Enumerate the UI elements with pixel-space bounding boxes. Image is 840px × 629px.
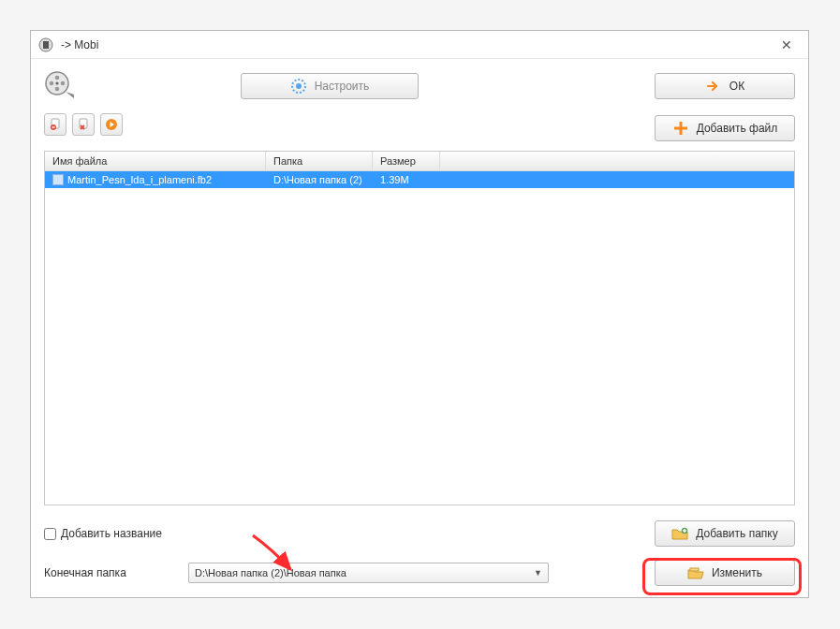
- plus-icon: [672, 120, 689, 137]
- add-file-label: Добавить файл: [697, 122, 778, 135]
- second-row: Добавить файл: [44, 113, 795, 143]
- table-row[interactable]: Martin_Pesn_lda_i_plameni.fb2D:\Новая па…: [45, 171, 794, 188]
- col-header-filename[interactable]: Имя файла: [45, 152, 266, 170]
- configure-label: Настроить: [315, 80, 370, 93]
- svg-rect-1: [43, 41, 49, 49]
- ok-label: ОК: [729, 80, 744, 93]
- svg-point-3: [55, 76, 60, 80]
- ok-button[interactable]: ОК: [655, 73, 795, 99]
- add-file-button[interactable]: Добавить файл: [655, 115, 795, 141]
- final-folder-value: D:\Новая папка (2)\Новая папка: [195, 567, 346, 578]
- svg-point-5: [50, 81, 54, 86]
- svg-rect-20: [690, 568, 699, 571]
- app-icon: [38, 37, 53, 52]
- folder-open-icon: [687, 564, 704, 581]
- table-header: Имя файла Папка Размер: [45, 152, 794, 171]
- icon-toolbar: [44, 113, 123, 136]
- client-area: Настроить ОК: [31, 59, 808, 597]
- window-title: -> Mobi: [61, 38, 773, 51]
- remove-item-button[interactable]: [44, 113, 66, 136]
- configure-button[interactable]: Настроить: [241, 73, 419, 99]
- close-button[interactable]: ✕: [773, 37, 801, 52]
- svg-point-6: [61, 81, 66, 86]
- footer-row-2: Конечная папка D:\Новая папка (2)\Новая …: [44, 560, 795, 586]
- chevron-down-icon: ▼: [534, 568, 542, 578]
- add-folder-label: Добавить папку: [696, 527, 777, 540]
- table-body: Martin_Pesn_lda_i_plameni.fb2D:\Новая па…: [45, 171, 794, 505]
- col-header-folder[interactable]: Папка: [266, 152, 373, 170]
- final-folder-label: Конечная папка: [44, 566, 179, 579]
- final-folder-combo[interactable]: D:\Новая папка (2)\Новая папка ▼: [188, 563, 549, 583]
- change-label: Изменить: [712, 566, 762, 579]
- app-window: -> Mobi ✕ Настроить: [30, 30, 809, 598]
- cell-filename: Martin_Pesn_lda_i_plameni.fb2: [45, 173, 266, 186]
- file-icon: [52, 174, 64, 185]
- add-title-label: Добавить название: [61, 527, 162, 540]
- add-folder-button[interactable]: Добавить папку: [655, 520, 795, 547]
- col-header-size[interactable]: Размер: [373, 152, 440, 170]
- cell-size: 1.39M: [373, 173, 440, 186]
- play-button[interactable]: [100, 113, 123, 136]
- svg-rect-16: [674, 127, 687, 130]
- svg-point-4: [55, 87, 60, 92]
- svg-rect-12: [52, 126, 55, 127]
- top-row: Настроить ОК: [44, 68, 795, 104]
- svg-rect-19: [683, 530, 686, 531]
- gear-icon: [290, 78, 307, 95]
- svg-point-7: [55, 81, 58, 84]
- add-title-checkbox[interactable]: Добавить название: [44, 527, 162, 540]
- change-button[interactable]: Изменить: [655, 560, 795, 586]
- titlebar: -> Mobi ✕: [31, 31, 808, 59]
- footer: Добавить название Добавить папку Конечна…: [44, 515, 795, 586]
- cell-folder: D:\Новая папка (2): [266, 173, 373, 186]
- folder-plus-icon: [671, 525, 688, 542]
- add-title-checkbox-input[interactable]: [44, 528, 56, 540]
- arrow-right-icon: [705, 78, 722, 95]
- film-reel-icon: [44, 70, 76, 102]
- svg-point-9: [296, 83, 302, 89]
- file-table: Имя файла Папка Размер Martin_Pesn_lda_i…: [44, 151, 795, 505]
- footer-row-1: Добавить название Добавить папку: [44, 520, 795, 547]
- clear-list-button[interactable]: [72, 113, 95, 136]
